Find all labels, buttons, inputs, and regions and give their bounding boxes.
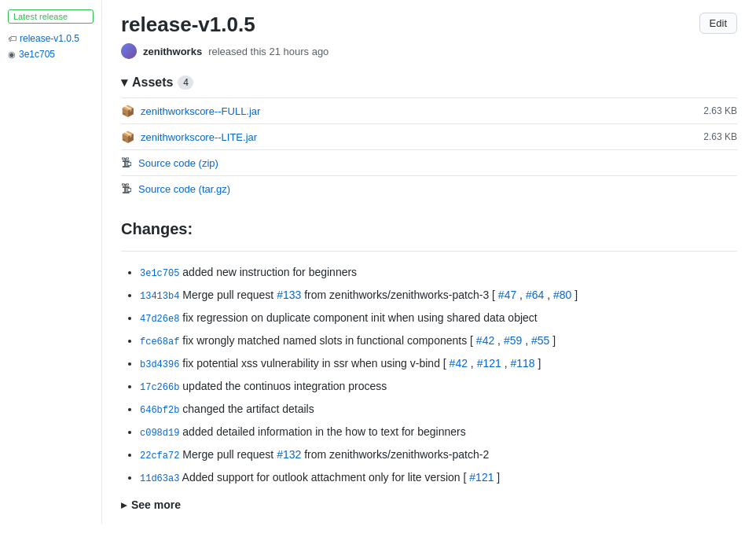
sidebar-tag-link[interactable]: 🏷 release-v1.0.5 [8,33,94,44]
commit-hash-2[interactable]: 13413b4 [140,291,179,302]
comma-2: , [547,289,553,301]
jar-icon-lite: 📦 [121,131,134,143]
changes-divider [121,251,737,252]
latest-release-badge: Latest release [8,9,94,24]
issue-80[interactable]: #80 [553,289,571,301]
asset-item-tar: 🗜 Source code (tar.gz) [121,175,737,201]
asset-left: 🗜 Source code (tar.gz) [121,182,230,195]
sidebar: Latest release 🏷 release-v1.0.5 ◉ 3e1c70… [0,0,102,524]
issue-121a[interactable]: #121 [477,357,501,370]
asset-item-full-jar: 📦 zenithworkscore--FULL.jar 2.63 KB [121,97,737,123]
avatar-image [121,43,137,59]
commit-message-10a: Added support for outlook attachment onl… [182,471,470,484]
asset-tar-link[interactable]: Source code (tar.gz) [138,183,230,195]
commit-hash-9[interactable]: 22cfa72 [140,451,179,462]
comma-4: , [525,334,531,347]
commit-hash-3[interactable]: 47d26e8 [140,314,179,325]
asset-full-jar-size: 2.63 KB [703,105,737,116]
commit-item-7: 646bf2b changed the artifact details [140,401,737,417]
changes-title: Changes: [121,220,737,238]
commit-item-4: fce68af fix wrongly matched named slots … [140,333,737,349]
commit-icon: ◉ [8,50,16,60]
commit-message-9b: from zenithworks/zenithworks-patch-2 [304,448,489,461]
asset-lite-jar-size: 2.63 KB [703,131,737,142]
author-link[interactable]: zenithworks [143,46,202,57]
comma-5: , [471,357,477,370]
sidebar-tag-label: release-v1.0.5 [20,33,79,44]
see-more[interactable]: See more [121,498,737,511]
asset-zip-link[interactable]: Source code (zip) [138,157,218,169]
commit-message-3: fix regression on duplicate component in… [182,311,537,324]
asset-full-jar-link[interactable]: zenithworkscore--FULL.jar [141,105,260,117]
commit-message-7: changed the artifact details [182,403,314,415]
issue-47[interactable]: #47 [498,289,516,301]
commit-item-3: 47d26e8 fix regression on duplicate comp… [140,310,737,326]
commit-pr-133[interactable]: #133 [277,289,301,301]
asset-left: 🗜 Source code (zip) [121,156,218,169]
issue-42b[interactable]: #42 [450,357,468,370]
commit-message-2b: from zenithworks/zenithworks-patch-3 [ [304,289,498,301]
commit-item-1: 3e1c705 added new instruction for beginn… [140,264,737,281]
release-header: release-v1.0.5 Edit [121,13,737,37]
issue-42a[interactable]: #42 [476,334,494,347]
commit-hash-10[interactable]: 11d63a3 [140,473,179,484]
issue-121b[interactable]: #121 [469,471,494,484]
bracket-4: ] [552,334,556,347]
issue-59[interactable]: #59 [504,334,522,347]
comma-1: , [519,289,526,301]
issue-64[interactable]: #64 [526,289,544,301]
assets-section: Assets 4 📦 zenithworkscore--FULL.jar 2.6… [121,75,737,201]
commit-pr-132[interactable]: #132 [277,448,301,461]
assets-title: Assets [132,75,173,90]
asset-lite-jar-link[interactable]: zenithworkscore--LITE.jar [141,131,257,143]
commit-message-1: added new instruction for beginners [182,266,357,278]
commit-message-5a: fix potential xss vulnerability in ssr w… [182,357,449,370]
commit-hash-7[interactable]: 646bf2b [140,405,179,416]
tag-icon: 🏷 [8,34,17,43]
changes-section: Changes: 3e1c705 added new instruction f… [121,220,737,511]
commit-message-9a: Merge pull request [182,448,277,461]
commit-hash-8[interactable]: c098d19 [140,428,179,439]
commit-message-8: added detailed information in the how to… [182,425,465,438]
commit-item-2: 13413b4 Merge pull request #133 from zen… [140,287,737,303]
edit-button[interactable]: Edit [699,13,737,34]
commit-item-8: c098d19 added detailed information in th… [140,424,737,440]
asset-left: 📦 zenithworkscore--LITE.jar [121,131,257,143]
issue-118[interactable]: #118 [510,357,534,370]
commit-message-2a: Merge pull request [182,289,277,301]
commit-hash-5[interactable]: b3d4396 [140,359,179,370]
sidebar-commit-link[interactable]: ◉ 3e1c705 [8,49,94,60]
commit-item-10: 11d63a3 Added support for outlook attach… [140,469,737,486]
assets-count: 4 [178,75,193,90]
bracket-5: ] [538,357,541,370]
commit-hash-6[interactable]: 17c266b [140,382,179,393]
bracket-2: ] [574,289,578,301]
bracket-10: ] [497,471,500,484]
commit-item-9: 22cfa72 Merge pull request #132 from zen… [140,447,737,463]
assets-collapse-icon [121,75,127,90]
jar-icon: 📦 [121,105,134,117]
asset-left: 📦 zenithworkscore--FULL.jar [121,105,260,117]
commit-item-5: b3d4396 fix potential xss vulnerability … [140,355,737,372]
release-meta-text: released this 21 hours ago [208,46,328,57]
commit-message-6: updated the continuos integration proces… [182,380,387,392]
zip-icon: 🗜 [121,156,132,169]
commit-item-6: 17c266b updated the continuos integratio… [140,378,737,395]
commit-list: 3e1c705 added new instruction for beginn… [121,264,737,486]
asset-item-zip: 🗜 Source code (zip) [121,149,737,175]
asset-item-lite-jar: 📦 zenithworkscore--LITE.jar 2.63 KB [121,123,737,149]
avatar [121,43,137,59]
release-meta: zenithworks released this 21 hours ago [121,43,737,59]
main-content: release-v1.0.5 Edit zenithworks released… [102,0,756,524]
see-more-icon [121,498,127,511]
tar-icon: 🗜 [121,182,132,195]
sidebar-commit-label: 3e1c705 [19,49,55,60]
commit-message-4a: fix wrongly matched named slots in funct… [182,334,476,347]
commit-hash-1[interactable]: 3e1c705 [140,268,179,279]
release-title: release-v1.0.5 [121,13,255,37]
issue-55[interactable]: #55 [531,334,549,347]
see-more-label: See more [131,498,181,511]
commit-hash-4[interactable]: fce68af [140,337,179,348]
comma-3: , [497,334,504,347]
assets-header[interactable]: Assets 4 [121,75,737,90]
